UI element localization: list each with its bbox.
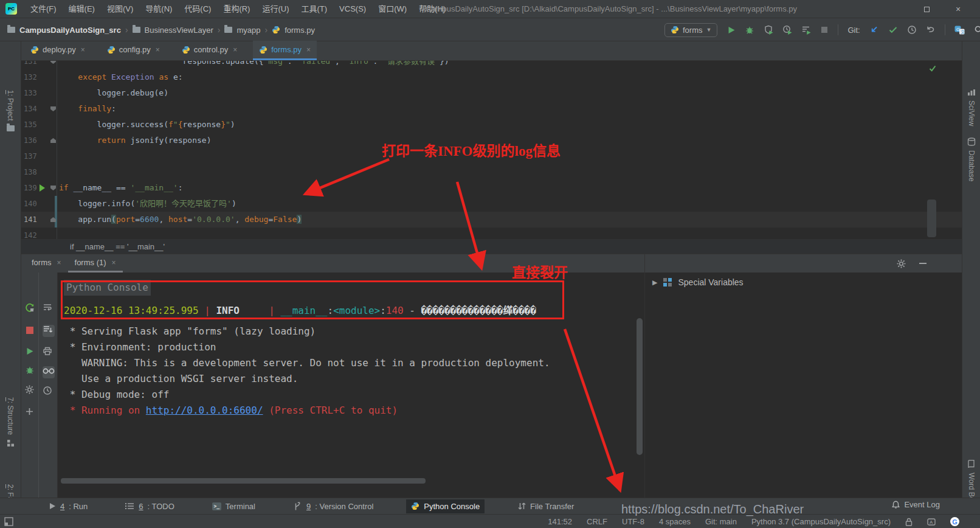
code-line-133[interactable]: 133 logger.debug(e) (21, 85, 962, 101)
toolwindow-button-run[interactable]: 4: Run (44, 499, 92, 513)
menu-item-3[interactable]: 导航(N) (139, 0, 178, 18)
close-icon[interactable]: × (306, 46, 311, 54)
code-line-132[interactable]: 132 except Exception as e: (21, 69, 962, 85)
google-translate-icon[interactable]: G (950, 517, 959, 526)
console-settings-button[interactable] (25, 385, 37, 397)
history-button[interactable] (907, 25, 917, 35)
menu-item-4[interactable]: 代码(C) (178, 0, 217, 18)
menu-item-5[interactable]: 重构(R) (217, 0, 256, 18)
inspection-ok-icon[interactable] (928, 64, 937, 75)
fold-marker-icon[interactable] (50, 138, 56, 143)
run-button[interactable] (726, 26, 736, 35)
editor-tab-forms-py[interactable]: forms.py× (253, 41, 317, 60)
toolwindow-button-version-control[interactable]: 9: Version Control (288, 499, 378, 513)
breadcrumb-item-0[interactable]: CampusDailyAutoSign_src (19, 26, 121, 35)
menu-item-7[interactable]: 工具(T) (295, 0, 333, 18)
code-line-139[interactable]: 139if __name__ == '__main__': (21, 180, 962, 196)
code-line-140[interactable]: 140 logger.info('欣阳啊！今天吃早饭了吗') (21, 196, 962, 212)
close-icon[interactable]: × (233, 46, 237, 54)
breadcrumb-item-3[interactable]: forms.py (285, 26, 315, 35)
scroll-to-end-button[interactable] (43, 325, 55, 337)
menu-item-8[interactable]: VCS(S) (333, 0, 372, 18)
git-commit-button[interactable] (888, 25, 898, 35)
input-method-icon[interactable]: A (927, 518, 936, 526)
code-line-135[interactable]: 135 logger.success(f"{response}") (21, 117, 962, 133)
editor-scrollbar[interactable] (927, 200, 936, 237)
add-button[interactable] (25, 407, 37, 419)
event-log-button[interactable]: Event Log (891, 500, 940, 509)
stripe-sciview[interactable]: SciView (962, 89, 980, 126)
code-line-131[interactable]: 131 response.update({'msg': 'failed', 'i… (21, 61, 962, 69)
stop-console-button[interactable] (25, 325, 37, 338)
status-item-2[interactable]: UTF-8 (622, 517, 644, 526)
hide-panel-button[interactable] (919, 263, 927, 264)
code-line-134[interactable]: 134 finally: (21, 101, 962, 117)
menu-item-2[interactable]: 视图(V) (101, 0, 139, 18)
menu-item-0[interactable]: 文件(F) (24, 0, 63, 18)
status-item-5[interactable]: Python 3.7 (CampusDailyAutoSign_src) (751, 517, 891, 526)
toolwindow-button-python-console[interactable]: Python Console (406, 499, 485, 513)
console-tab-1[interactable]: forms (1)× (68, 254, 123, 273)
code-line-142[interactable]: 142 (21, 228, 962, 239)
editor-tab-label: control.py (194, 45, 228, 54)
code-line-138[interactable]: 138 (21, 164, 962, 180)
concurrency-button[interactable] (801, 25, 811, 35)
coverage-button[interactable] (764, 25, 773, 35)
search-icon[interactable] (974, 25, 980, 35)
close-icon[interactable]: × (156, 46, 160, 54)
close-icon[interactable]: × (81, 46, 85, 54)
preview-glasses-button[interactable] (43, 366, 55, 378)
breadcrumb-item-1[interactable]: BusinessViewLayer (145, 26, 213, 35)
toolwindow-button-todo[interactable]: 6: TODO (120, 499, 179, 513)
debug-console-button[interactable] (25, 365, 37, 377)
stripe-structure[interactable]: 7: Structure (0, 397, 21, 447)
status-item-3[interactable]: 4 spaces (659, 517, 691, 526)
editor-breadcrumb-bar[interactable]: if __name__ == '__main__' (21, 239, 962, 254)
server-url-link[interactable]: http://0.0.0.0:6600/ (146, 405, 263, 416)
menu-item-6[interactable]: 运行(U) (256, 0, 295, 18)
lock-icon[interactable] (905, 518, 913, 526)
line-number: 136 (24, 133, 48, 148)
close-button[interactable]: × (953, 4, 963, 14)
resume-button[interactable] (25, 347, 37, 359)
breadcrumb-item-2[interactable]: myapp (236, 26, 260, 35)
fold-marker-icon[interactable] (50, 61, 56, 64)
toolwindow-button-file-transfer[interactable]: File Transfer (512, 499, 579, 513)
stripe-database[interactable]: Database (962, 137, 980, 181)
expander-icon[interactable]: ▶ (652, 279, 657, 287)
status-item-0[interactable]: 141:52 (548, 517, 572, 526)
run-line-icon[interactable] (40, 184, 45, 192)
maximize-button[interactable] (922, 4, 931, 14)
console-vertical-scrollbar[interactable] (637, 318, 643, 455)
close-icon[interactable]: × (112, 259, 116, 267)
git-update-button[interactable] (869, 25, 879, 35)
toolwindow-button-terminal[interactable]: >_Terminal (207, 499, 260, 513)
editor-tab-control-py[interactable]: control.py× (176, 41, 243, 60)
menu-item-9[interactable]: 窗口(W) (372, 0, 413, 18)
special-variables-header[interactable]: ▶ Special Variables (652, 277, 744, 287)
line-number: 137 (24, 148, 48, 164)
console-tab-0[interactable]: forms× (25, 254, 68, 273)
toolwindow-toggle-icon[interactable] (4, 517, 13, 528)
print-button[interactable] (43, 347, 55, 359)
fold-marker-icon[interactable] (50, 106, 56, 111)
status-item-4[interactable]: Git: main (705, 517, 737, 526)
console-horizontal-scrollbar[interactable] (61, 478, 426, 484)
run-configuration-select[interactable]: forms ▼ (664, 23, 717, 37)
editor-tab-deploy-py[interactable]: deploy.py× (24, 41, 91, 60)
menu-item-1[interactable]: 编辑(E) (63, 0, 101, 18)
rollback-button[interactable] (926, 25, 936, 35)
editor-tab-config-py[interactable]: config.py× (101, 41, 166, 60)
gear-icon[interactable] (897, 259, 906, 268)
stripe-project[interactable]: 1: Project (0, 90, 21, 131)
history-console-button[interactable] (43, 386, 55, 398)
rerun-button[interactable] (25, 303, 37, 315)
debug-button[interactable] (745, 25, 754, 35)
translate-icon[interactable]: G文 (954, 25, 965, 35)
close-icon[interactable]: × (57, 259, 61, 267)
soft-wrap-button[interactable] (43, 303, 55, 315)
fold-marker-icon[interactable] (50, 186, 56, 190)
profiler-button[interactable] (782, 25, 792, 35)
code-line-141[interactable]: 141 app.run(port=6600, host='0.0.0.0', d… (21, 212, 962, 228)
status-item-1[interactable]: CRLF (587, 517, 607, 526)
